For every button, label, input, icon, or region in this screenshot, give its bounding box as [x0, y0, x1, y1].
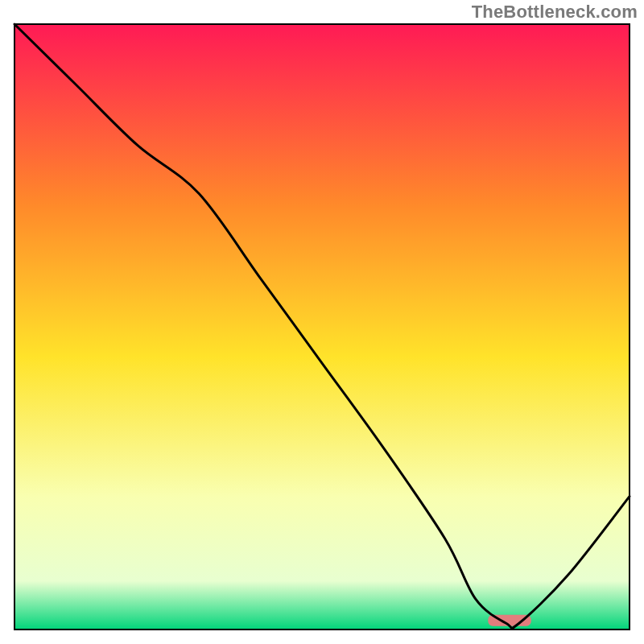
chart-container: { "watermark": "TheBottleneck.com", "cha… [0, 0, 644, 644]
watermark-label: TheBottleneck.com [472, 2, 638, 23]
bottleneck-chart [0, 0, 644, 644]
